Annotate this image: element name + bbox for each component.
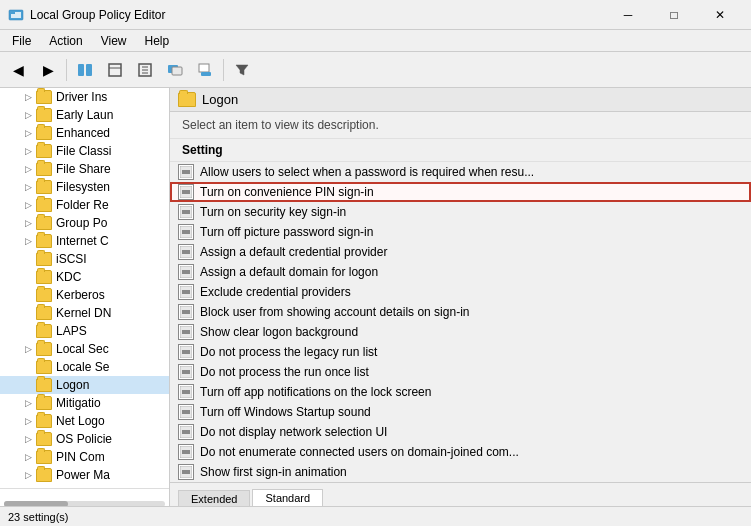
tree-item-label: OS Policie [56, 432, 112, 446]
setting-icon [178, 264, 194, 280]
tree-item-filesystem[interactable]: ▷ Filesysten [0, 178, 169, 196]
folder-icon [36, 360, 52, 374]
tree-item-pin-comp[interactable]: ▷ PIN Com [0, 448, 169, 466]
tree-item-laps[interactable]: LAPS [0, 322, 169, 340]
toolbar-btn-3[interactable] [131, 56, 159, 84]
tree-item-os-policie[interactable]: ▷ OS Policie [0, 430, 169, 448]
toolbar-btn-2[interactable] [101, 56, 129, 84]
setting-allow-users[interactable]: Allow users to select when a password is… [170, 162, 751, 182]
folder-icon [36, 468, 52, 482]
tree-item-label: Logon [56, 378, 89, 392]
svg-rect-14 [201, 72, 211, 76]
setting-label: Exclude credential providers [200, 285, 351, 299]
setting-block-user[interactable]: Block user from showing account details … [170, 302, 751, 322]
svg-rect-21 [182, 210, 190, 214]
setting-startup-sound[interactable]: Turn off Windows Startup sound [170, 402, 751, 422]
tree-item-group-po[interactable]: ▷ Group Po [0, 214, 169, 232]
folder-icon [36, 144, 52, 158]
tree-item-logon[interactable]: Logon [0, 376, 169, 394]
svg-rect-19 [182, 190, 190, 194]
tree-item-locale-se[interactable]: Locale Se [0, 358, 169, 376]
folder-icon [36, 126, 52, 140]
svg-rect-2 [11, 12, 15, 14]
setting-clear-logon[interactable]: Show clear logon background [170, 322, 751, 342]
tree-item-label: LAPS [56, 324, 87, 338]
tree-item-enhanced[interactable]: ▷ Enhanced [0, 124, 169, 142]
toolbar: ◀ ▶ [0, 52, 751, 88]
expander-icon [20, 359, 36, 375]
setting-default-credential[interactable]: Assign a default credential provider [170, 242, 751, 262]
main-content: ▷ Driver Ins ▷ Early Laun ▷ Enhanced ▷ F… [0, 88, 751, 506]
setting-first-signin[interactable]: Show first sign-in animation [170, 462, 751, 482]
logon-header: Logon [170, 88, 751, 112]
svg-marker-15 [236, 65, 248, 75]
setting-label: Turn off app notifications on the lock s… [200, 385, 431, 399]
tree-item-kernel-dm[interactable]: Kernel DN [0, 304, 169, 322]
tree-item-net-logo[interactable]: ▷ Net Logo [0, 412, 169, 430]
setting-icon [178, 364, 194, 380]
tree-item-local-sec[interactable]: ▷ Local Sec [0, 340, 169, 358]
tree-item-internet-c[interactable]: ▷ Internet C [0, 232, 169, 250]
tree-item-power-ma[interactable]: ▷ Power Ma [0, 466, 169, 484]
expander-icon: ▷ [20, 341, 36, 357]
svg-rect-25 [182, 250, 190, 254]
folder-icon [36, 450, 52, 464]
folder-icon [36, 396, 52, 410]
setting-label: Block user from showing account details … [200, 305, 469, 319]
setting-icon [178, 344, 194, 360]
setting-label: Assign a default credential provider [200, 245, 387, 259]
setting-icon [178, 204, 194, 220]
toolbar-btn-4[interactable] [161, 56, 189, 84]
folder-icon [36, 180, 52, 194]
tree-item-file-classi[interactable]: ▷ File Classi [0, 142, 169, 160]
setting-turn-on-pin[interactable]: Turn on convenience PIN sign-in [170, 182, 751, 202]
menu-help[interactable]: Help [137, 32, 178, 50]
forward-button[interactable]: ▶ [34, 56, 62, 84]
expander-icon: ▷ [20, 179, 36, 195]
minimize-button[interactable]: ─ [605, 0, 651, 30]
close-button[interactable]: ✕ [697, 0, 743, 30]
setting-label: Do not enumerate connected users on doma… [200, 445, 519, 459]
setting-default-domain[interactable]: Assign a default domain for logon [170, 262, 751, 282]
setting-security-key[interactable]: Turn on security key sign-in [170, 202, 751, 222]
tree-item-driver-ins[interactable]: ▷ Driver Ins [0, 88, 169, 106]
tree-item-kdc[interactable]: KDC [0, 268, 169, 286]
expander-icon [20, 269, 36, 285]
menu-view[interactable]: View [93, 32, 135, 50]
tab-extended[interactable]: Extended [178, 490, 250, 506]
tree-item-label: PIN Com [56, 450, 105, 464]
app-icon [8, 7, 24, 23]
toolbar-btn-5[interactable] [191, 56, 219, 84]
setting-exclude-credential[interactable]: Exclude credential providers [170, 282, 751, 302]
tree-item-mitigatio[interactable]: ▷ Mitigatio [0, 394, 169, 412]
show-hide-button[interactable] [71, 56, 99, 84]
maximize-button[interactable]: □ [651, 0, 697, 30]
tree-item-label: Early Laun [56, 108, 113, 122]
svg-rect-23 [182, 230, 190, 234]
setting-network-selection[interactable]: Do not display network selection UI [170, 422, 751, 442]
folder-icon [36, 324, 52, 338]
tree-item-kerberos[interactable]: Kerberos [0, 286, 169, 304]
setting-label: Allow users to select when a password is… [200, 165, 534, 179]
tree-item-iscsi[interactable]: iSCSI [0, 250, 169, 268]
setting-legacy-run[interactable]: Do not process the legacy run list [170, 342, 751, 362]
setting-label: Show first sign-in animation [200, 465, 347, 479]
tab-standard[interactable]: Standard [252, 489, 323, 506]
filter-button[interactable] [228, 56, 256, 84]
back-button[interactable]: ◀ [4, 56, 32, 84]
setting-app-notifications[interactable]: Turn off app notifications on the lock s… [170, 382, 751, 402]
tree-item-folder-re[interactable]: ▷ Folder Re [0, 196, 169, 214]
menu-file[interactable]: File [4, 32, 39, 50]
setting-enumerate-connected[interactable]: Do not enumerate connected users on doma… [170, 442, 751, 462]
svg-rect-35 [182, 350, 190, 354]
expander-icon: ▷ [20, 395, 36, 411]
folder-icon [36, 108, 52, 122]
setting-run-once[interactable]: Do not process the run once list [170, 362, 751, 382]
folder-icon [36, 270, 52, 284]
menu-action[interactable]: Action [41, 32, 90, 50]
tree-item-file-share[interactable]: ▷ File Share [0, 160, 169, 178]
tree-item-early-launch[interactable]: ▷ Early Laun [0, 106, 169, 124]
folder-icon [36, 198, 52, 212]
setting-picture-password[interactable]: Turn off picture password sign-in [170, 222, 751, 242]
setting-icon [178, 324, 194, 340]
